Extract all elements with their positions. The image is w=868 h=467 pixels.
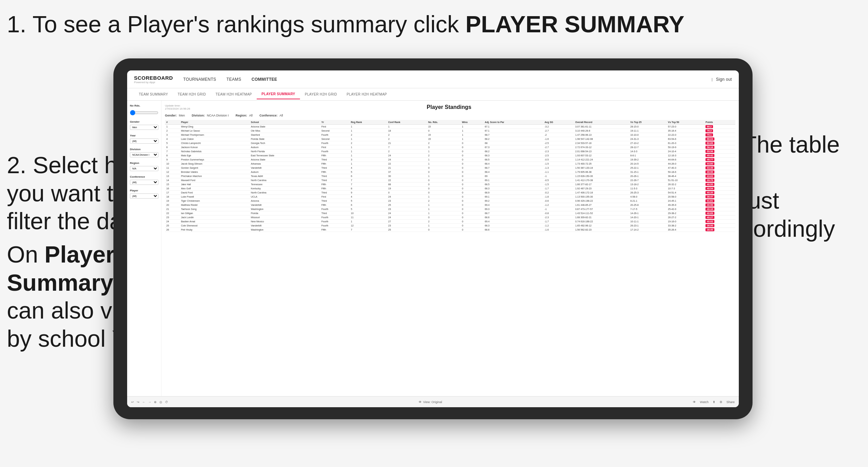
division-filter: Division NCAA Division I NCAA Division I… [130, 148, 158, 157]
table-cell: 10-7-3 [667, 187, 704, 191]
table-row[interactable]: 4Luke ClatonFlorida StateSecond1215168.2… [165, 137, 735, 141]
toolbar-timer[interactable]: ⏱ [165, 400, 168, 404]
table-row[interactable]: 24Bastien AmatNew MexicoFourth1272069.4-… [165, 220, 735, 224]
watch-button[interactable]: Watch [700, 400, 709, 404]
table-cell: Ole Miss [249, 129, 320, 133]
region-select[interactable]: N/A All [130, 166, 158, 171]
table-cell: 4 [165, 137, 180, 141]
nav-committee[interactable]: COMMITTEE [252, 76, 277, 83]
subnav-player-h2h-grid[interactable]: PLAYER H2H GRID [300, 90, 342, 99]
table-cell: Stanford [249, 133, 320, 137]
table-row[interactable]: 20Matthew RiedelVanderbiltFifth6251069.4… [165, 203, 735, 207]
col-adj-score: Adj. Score to Par [483, 120, 543, 125]
table-row[interactable]: 8Mats EgeEast Tennessee StateFifth124206… [165, 154, 735, 158]
table-cell: 13-18-2 [629, 182, 667, 187]
table-row[interactable]: 1Wenyi DingArizona StateFirst1115167.1-3… [165, 125, 735, 129]
points-badge: 40.96 [705, 170, 714, 174]
table-row[interactable]: 12Brendan ValdesAuburnFifth5370068.4-1.1… [165, 170, 735, 174]
export-icon[interactable]: ⬆ [713, 400, 715, 404]
player-label: Player [130, 189, 158, 192]
table-cell: Wenyi Ding [180, 125, 249, 129]
subnav-player-h2h-heatmap[interactable]: PLAYER H2H HEATMAP [342, 90, 392, 99]
table-row[interactable]: 14Maxwell FordNorth CarolinaThird7220069… [165, 178, 735, 182]
division-display-value: NCAA Division I [207, 114, 229, 117]
table-cell: -1 [543, 174, 574, 178]
table-row[interactable]: 3Michael ThorbjornsenStanfordFourth22151… [165, 133, 735, 137]
toolbar-forward[interactable]: → [148, 400, 151, 404]
table-cell: 88.2 [704, 125, 735, 129]
table-cell: Fourth [320, 207, 349, 211]
conference-select[interactable]: (All) [130, 180, 158, 185]
table-cell: -1.2 [543, 224, 574, 228]
table-cell: 6 [165, 145, 180, 149]
table-row[interactable]: 21Taehoon SongWashingtonFourth5231069.3-… [165, 207, 735, 211]
subnav-team-h2h-grid[interactable]: TEAM H2H GRID [173, 90, 211, 99]
table-body: 1Wenyi DingArizona StateFirst1115167.1-3… [165, 125, 735, 232]
share-button[interactable]: Share [726, 400, 735, 404]
table-cell: 1.92 467-29-23 [574, 187, 629, 191]
toolbar-redo[interactable]: ↪ [137, 400, 140, 404]
table-row[interactable]: 17David FordNorth CarolinaThird900068.9-… [165, 191, 735, 195]
no-rds-slider[interactable] [130, 110, 158, 115]
table-cell: 68.3 [483, 154, 543, 158]
no-rds-filter: No Rds. [130, 104, 158, 116]
table-row[interactable]: 6Jackson KoivunAuburnFirst173067.3-2.72.… [165, 145, 735, 149]
table-cell: Arizona [249, 199, 320, 203]
table-row[interactable]: 7Nicholas GabrielsisNorth FloridaFourth1… [165, 149, 735, 154]
table-row[interactable]: 2Michael Le SassoOle MissSecond1180167.1… [165, 129, 735, 133]
col-overall: Overall Record [574, 120, 629, 125]
table-cell: 1.93 607-53-12 [574, 154, 629, 158]
table-cell: 1 [427, 162, 460, 166]
table-cell: 13 [165, 174, 180, 178]
table-row[interactable]: 16Alex GoffKentuckyFifth8190068.3-1.71.9… [165, 187, 735, 191]
table-cell: 38.45 [704, 228, 735, 232]
settings-icon[interactable]: ⚙ [720, 400, 722, 404]
standings-title: Player Standings [190, 104, 708, 110]
table-cell: -0.5 [543, 178, 574, 182]
table-cell: 0 [460, 170, 483, 174]
table-row[interactable]: 9Preston SummerhaysArizona StateThird324… [165, 158, 735, 162]
subnav-player-summary[interactable]: PLAYER SUMMARY [257, 89, 300, 99]
table-cell: 23 [387, 207, 427, 211]
nav-teams[interactable]: TEAMS [226, 76, 241, 83]
points-badge: 38.47 [705, 195, 714, 198]
table-row[interactable]: 26Petr HrubyWashingtonFifth7250068.6-1.6… [165, 228, 735, 232]
table-row[interactable]: 11Gordon SargentVanderbiltThird4210068.7… [165, 166, 735, 170]
table-cell: Tennessee [249, 182, 320, 187]
table-cell: 2 [427, 154, 460, 158]
toolbar-back[interactable]: ← [142, 400, 145, 404]
toolbar-add[interactable]: ⊕ [154, 400, 157, 404]
player-select[interactable]: (All) [130, 193, 158, 199]
table-cell: Luke Claton [180, 137, 249, 141]
table-cell: 7 [349, 228, 387, 232]
table-row[interactable]: 18Luke PowellUCLAFirst4241069.1-1.81.13 … [165, 195, 735, 199]
table-row[interactable]: 19Tiger ChristensenArizonaThird5232069.2… [165, 199, 735, 203]
table-cell: 0 [460, 187, 483, 191]
toolbar-undo[interactable]: ↩ [131, 400, 134, 404]
table-cell: 18 [387, 129, 427, 133]
subnav-team-summary[interactable]: TEAM SUMMARY [134, 90, 173, 99]
table-row[interactable]: 13Phichaksn MaichonTexas A&MThird6301069… [165, 174, 735, 178]
table-row[interactable]: 23Jack LundinMissouriFourth11240068.6-2.… [165, 215, 735, 220]
content-area: No Rds. Gender Men Women Year (All) Firs… [127, 101, 739, 396]
table-row[interactable]: 10Jacob Skog-StinsonArkansasFifth1221068… [165, 162, 735, 166]
table-cell: Arizona State [249, 158, 320, 162]
toolbar-circle[interactable]: ◎ [159, 400, 162, 404]
division-select[interactable]: NCAA Division I NCAA Division II [130, 152, 158, 157]
table-cell: 68.7 [483, 133, 543, 137]
table-row[interactable]: 15Jake HallTennesseeFifth7880068.5-1.51.… [165, 182, 735, 187]
table-row[interactable]: 5Christo LamprechtGeorgia TechFourth2212… [165, 141, 735, 145]
table-cell: Third [320, 199, 349, 203]
table-cell: Fourth [320, 215, 349, 220]
sign-out-link[interactable]: Sign out [716, 76, 732, 83]
table-row[interactable]: 25Cole SherwoodVanderbiltFourth12231068.… [165, 224, 735, 228]
tablet-device: SCOREBOARD Powered by dippi TOURNAMENTS … [113, 58, 753, 419]
gender-select[interactable]: Men Women [130, 125, 158, 130]
nav-tournaments[interactable]: TOURNAMENTS [183, 76, 216, 83]
table-cell: 66.04 [704, 137, 735, 141]
year-select[interactable]: (All) First Second Third Fourth Fifth [130, 138, 158, 144]
subnav-team-h2h-heatmap[interactable]: TEAM H2H HEATMAP [211, 90, 257, 99]
update-date: 27/03/2024 16:56:26 [165, 107, 190, 110]
table-row[interactable]: 22Ian GilliganFloridaThird10241068.7-0.8… [165, 211, 735, 215]
table-cell: Mats Ege [180, 154, 249, 158]
